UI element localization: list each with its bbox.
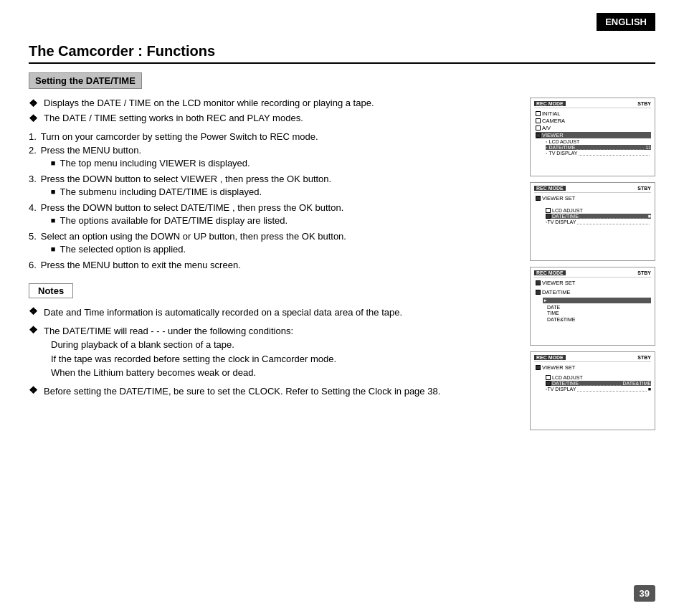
cb-lcd <box>546 208 551 213</box>
step-text-2: Press the MENU button. <box>41 145 141 156</box>
step-content-2: Press the MENU button. ■ The top menu in… <box>41 145 516 171</box>
datetime-label-s1: DATE/TIME <box>548 145 575 150</box>
step-content-6: Press the MENU button to exit the menu s… <box>41 260 516 270</box>
screen4-lcd-adjust: LCD ADJUST <box>546 375 651 380</box>
screen2-rec-mode: REC MODE <box>534 186 566 191</box>
screen3-viewer-set: VIEWER SET <box>536 280 651 286</box>
step-4: 4. Press the DOWN button to select DATE/… <box>29 202 516 228</box>
screen2-viewer-set: VIEWER SET <box>536 195 651 202</box>
checkbox-initial <box>536 111 541 116</box>
vs-label-s3: VIEWER SET <box>542 280 575 286</box>
screen1-header: REC MODE STBY <box>534 101 651 108</box>
left-content: ❖ Displays the DATE / TIME on the LCD mo… <box>29 98 516 430</box>
step-content-4: Press the DOWN button to select DATE/TIM… <box>41 202 516 228</box>
step-4-sub: ■ The options available for DATE/TIME di… <box>51 215 516 226</box>
dt-val-s4: DATE&TIME <box>622 381 651 386</box>
screen3-time: TIME <box>543 311 651 316</box>
tv-bullet: ◦ <box>546 151 547 156</box>
lcd-label-s4: LCD ADJUST <box>552 375 583 380</box>
step-num-6: 6. <box>29 260 37 270</box>
datetime-label-s3: DATE&TIME <box>547 317 576 322</box>
note-item-3: ❖ Before setting the DATE/TIME, be sure … <box>29 384 516 399</box>
lcd-adjust-label: LCD ADJUST <box>548 139 579 144</box>
camera-screen-3: REC MODE STBY VIEWER SET DATE/TIME ▸ <box>530 267 655 346</box>
screen1-initial: INITIAL <box>536 110 651 117</box>
step-text-1: Turn on your camcorder by setting the Po… <box>41 131 318 142</box>
note-item-1: ❖ Date and Time information is automatic… <box>29 305 516 320</box>
language-badge: ENGLISH <box>597 13 655 31</box>
tv-label-s2: TV DISPLAY <box>547 219 576 224</box>
dt-val-s2: ■ <box>648 214 651 219</box>
step-2: 2. Press the MENU button. ■ The top menu… <box>29 145 516 171</box>
note-text-1: Date and Time information is automatical… <box>44 305 402 320</box>
step-num-4: 4. <box>29 202 37 213</box>
screen3-datetime: DATE&TIME <box>543 317 651 322</box>
screen2-menu: VIEWER SET LCD ADJUST DATE/TIME ■ ◦ TV D… <box>536 195 651 224</box>
dot-leader-tv1 <box>579 151 650 156</box>
step-content-5: Select an option using the DOWN or UP bu… <box>41 231 516 257</box>
cb-vs-s4 <box>536 365 541 370</box>
note-text-2: The DATE/TIME will read - - - under the … <box>44 324 336 380</box>
step-3-sub: ■ The submenu including DATE/TIME is dis… <box>51 186 516 197</box>
checkbox-av <box>536 125 541 131</box>
step-3-sub-text: The submenu including DATE/TIME is displ… <box>60 186 262 197</box>
dt-label-s2: DATE/TIME <box>552 214 579 219</box>
step-num-1: 1. <box>29 131 37 142</box>
note-text-2-main: The DATE/TIME will read - - - under the … <box>44 326 293 336</box>
note-text-3: Before setting the DATE/TIME, be sure to… <box>44 384 440 399</box>
screen2-tv-display: ◦ TV DISPLAY <box>546 219 651 224</box>
cb-dt-s4 <box>546 381 551 386</box>
step-text-4: Press the DOWN button to select DATE/TIM… <box>41 202 343 213</box>
screen1-camera: CAMERA <box>536 118 651 124</box>
step-5: 5. Select an option using the DOWN or UP… <box>29 231 516 257</box>
screen2-stby: STBY <box>637 186 651 191</box>
arrow-icon-s3: ▸ <box>544 298 547 303</box>
camera-screen-1: REC MODE STBY INITIAL CAMERA A/V <box>530 98 655 176</box>
step-text-5: Select an option using the DOWN or UP bu… <box>41 231 346 242</box>
screen3-header: REC MODE STBY <box>534 270 651 278</box>
square-bullet-icon: ■ <box>51 158 56 167</box>
step-text-3: Press the DOWN button to select VIEWER ,… <box>41 174 331 184</box>
time-label-s3: TIME <box>547 311 559 316</box>
screen1-rec-mode: REC MODE <box>534 101 566 106</box>
step-text-6: Press the MENU button to exit the menu s… <box>41 260 241 270</box>
cb-dt-s2 <box>546 214 551 219</box>
dot-leader-tv2 <box>577 220 650 224</box>
note-bullet-1: ❖ <box>29 305 38 317</box>
date-label-s3: DATE <box>547 305 560 310</box>
dot-leader-s4 <box>580 382 622 386</box>
camera-screen-4: REC MODE STBY VIEWER SET LCD ADJUST DATE… <box>530 351 655 430</box>
step-num-2: 2. <box>29 145 37 156</box>
tv-display-label: TV DISPLAY <box>548 151 577 156</box>
note-text-2-sub3: When the Lithium battery becomes weak or… <box>51 366 336 380</box>
intro-text-2: The DATE / TIME setting works in both RE… <box>44 113 303 123</box>
vs-label-s4: VIEWER SET <box>542 364 575 371</box>
screen1-av: A/V <box>536 125 651 131</box>
screen1-stby: STBY <box>637 101 651 106</box>
screen4-menu: VIEWER SET LCD ADJUST DATE/TIME DATE&TIM… <box>536 364 651 392</box>
camera-label: CAMERA <box>542 118 565 124</box>
step-content-3: Press the DOWN button to select VIEWER ,… <box>41 174 516 199</box>
checkbox-camera <box>536 118 541 123</box>
cb-lcd-s4 <box>546 375 551 380</box>
bullet-icon-1: ❖ <box>29 98 38 109</box>
camera-screen-2: REC MODE STBY VIEWER SET LCD ADJUST DATE… <box>530 182 655 261</box>
step-2-sub: ■ The top menu including VIEWER is displ… <box>51 158 516 169</box>
dot-leader-tv4 <box>577 387 646 392</box>
dot-leader-s2 <box>580 214 647 219</box>
lcd-label-s2: LCD ADJUST <box>552 208 583 213</box>
notes-label: Notes <box>29 283 73 298</box>
bullet-icon-2: ❖ <box>29 113 38 124</box>
step-num-5: 5. <box>29 231 37 242</box>
intro-bullet-1: ❖ Displays the DATE / TIME on the LCD mo… <box>29 98 516 109</box>
step-5-sub-text: The selected option is applied. <box>60 244 186 255</box>
lcd-bullet: ◦ <box>546 139 547 144</box>
dt-value-s1: 11 <box>645 145 651 150</box>
page-title: The Camcorder : Functions <box>29 43 655 64</box>
step-content-1: Turn on your camcorder by setting the Po… <box>41 131 516 142</box>
intro-bullet-2: ❖ The DATE / TIME setting works in both … <box>29 113 516 124</box>
screen2-header: REC MODE STBY <box>534 186 651 193</box>
cb-vs-s3 <box>536 280 541 285</box>
screen4-stby: STBY <box>637 355 651 360</box>
screen4-header: REC MODE STBY <box>534 355 651 362</box>
